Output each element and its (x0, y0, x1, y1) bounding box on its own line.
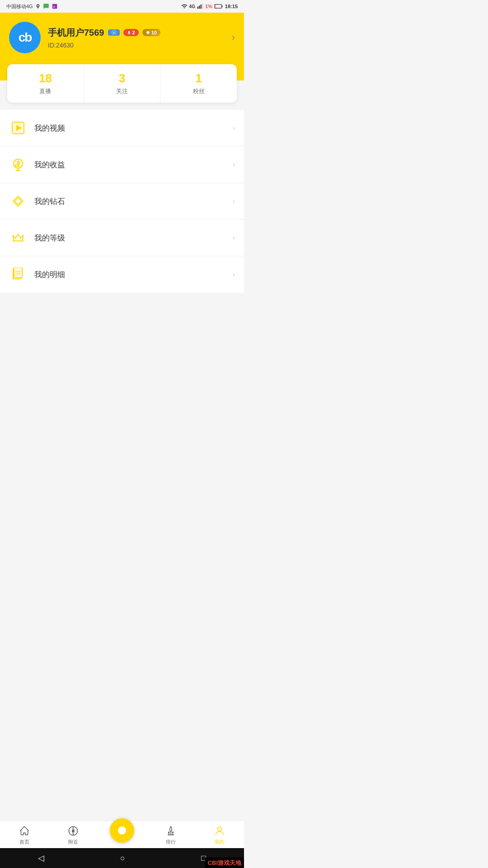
crown-icon (9, 229, 27, 247)
signal-4g: 4G (189, 4, 195, 9)
status-bar: 中国移动4G ⊞ 4G 1% 18:15 (0, 0, 244, 13)
list-icon (9, 265, 27, 283)
chevron-right-icon: › (233, 270, 235, 278)
profile-name: 手机用户7569 (48, 27, 104, 39)
svg-rect-2 (197, 7, 198, 9)
stat-broadcasts-number: 18 (11, 71, 80, 85)
battery-icon (214, 4, 223, 9)
menu-item-earnings[interactable]: 我的收益 › (0, 146, 244, 183)
time: 18:15 (225, 4, 238, 9)
diamond-badge: 10 (142, 29, 160, 36)
svg-rect-20 (14, 268, 22, 278)
menu-item-details[interactable]: 我的明细 › (0, 256, 244, 292)
diamond-count: 10 (151, 30, 157, 35)
stat-broadcasts-label: 直播 (11, 87, 80, 95)
avatar[interactable]: cb (9, 22, 41, 53)
carrier: 中国移动4G (6, 3, 33, 10)
signal-icon (197, 3, 203, 9)
stat-broadcasts[interactable]: 18 直播 (7, 64, 84, 103)
stat-fans-number: 1 (164, 71, 233, 85)
svg-point-18 (23, 235, 24, 236)
image-icon: ⊞ (52, 3, 58, 9)
menu-label-details: 我的明细 (34, 269, 233, 280)
video-icon (9, 119, 27, 137)
location-icon (35, 4, 41, 9)
stat-fans[interactable]: 1 粉丝 (160, 64, 237, 103)
stats-card: 18 直播 3 关注 1 粉丝 (7, 64, 237, 103)
stat-fans-label: 粉丝 (164, 87, 233, 95)
menu-label-diamonds: 我的钻石 (34, 196, 233, 207)
svg-text:⊞: ⊞ (53, 5, 55, 8)
mic-badge: 2 (123, 29, 139, 36)
menu-item-diamonds[interactable]: 我的钻石 › (0, 183, 244, 220)
menu-label-level: 我的等级 (34, 233, 233, 243)
wifi-icon (181, 3, 188, 9)
stat-following-number: 3 (88, 71, 157, 85)
menu-label-earnings: 我的收益 (34, 160, 233, 170)
money-icon (9, 156, 27, 174)
stat-following[interactable]: 3 关注 (84, 64, 160, 103)
mic-count: 2 (132, 30, 135, 35)
menu-label-videos: 我的视频 (34, 123, 233, 133)
menu-item-videos[interactable]: 我的视频 › (0, 110, 244, 146)
profile-arrow-icon[interactable]: › (232, 32, 235, 43)
profile-info: 手机用户7569 2 10 ID:24630 (48, 27, 225, 49)
diamond-icon (9, 192, 27, 210)
status-right: 4G 1% 18:15 (181, 3, 238, 9)
svg-rect-8 (215, 5, 216, 8)
menu-list: 我的视频 › 我的收益 › 我的钻石 › (0, 110, 244, 292)
svg-rect-5 (202, 4, 203, 9)
svg-rect-3 (199, 5, 200, 9)
svg-point-17 (18, 234, 19, 236)
camera-badge (108, 29, 120, 36)
avatar-letters: cb (19, 30, 32, 45)
status-left: 中国移动4G ⊞ (6, 3, 58, 10)
svg-rect-7 (222, 5, 223, 7)
battery-percent: 1% (205, 4, 212, 9)
stat-following-label: 关注 (88, 87, 157, 95)
chevron-right-icon: › (233, 234, 235, 242)
chevron-right-icon: › (233, 160, 235, 169)
chevron-right-icon: › (233, 197, 235, 205)
profile-id: ID:24630 (48, 42, 225, 49)
chat-icon (43, 3, 49, 9)
svg-rect-4 (201, 5, 202, 9)
menu-item-level[interactable]: 我的等级 › (0, 220, 244, 256)
svg-point-16 (13, 235, 14, 236)
chevron-right-icon: › (233, 124, 235, 132)
